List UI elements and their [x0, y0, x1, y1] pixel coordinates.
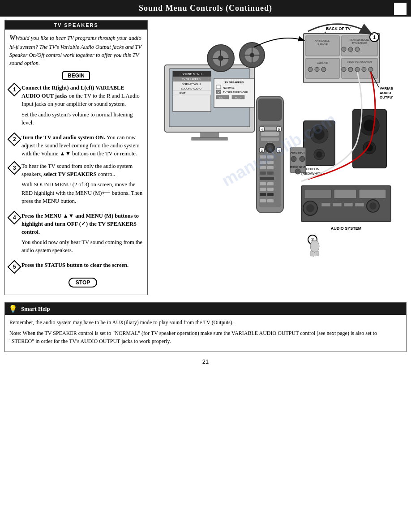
svg-text:VARIABLE: VARIABLE: [317, 62, 328, 64]
page-header-box: [394, 3, 407, 15]
svg-text:1: 1: [373, 35, 376, 40]
svg-point-121: [306, 204, 314, 212]
diagram-svg: BACK OF TV SOUND MENU TV SPEAKERS: [151, 20, 393, 280]
diagram-area: manualslib.com BACK OF TV: [151, 20, 407, 280]
svg-point-96: [362, 67, 366, 72]
svg-rect-33: [261, 132, 279, 136]
page-number: 21: [0, 356, 411, 369]
smart-help-heading: Smart Help: [21, 305, 50, 313]
svg-rect-53: [267, 199, 274, 202]
svg-point-88: [308, 67, 313, 72]
svg-rect-42: [267, 166, 274, 169]
step-4-sub: You should now only hear TV sound coming…: [21, 238, 143, 254]
svg-point-132: [300, 156, 305, 162]
svg-rect-39: [260, 161, 266, 164]
svg-point-131: [291, 156, 296, 162]
step-3-diamond: 3: [7, 161, 21, 175]
svg-point-90: [321, 67, 326, 72]
svg-text:✓: ✓: [218, 90, 220, 94]
svg-rect-49: [267, 188, 274, 191]
step-3-content: To hear the TV sound from only the audio…: [21, 162, 143, 207]
svg-text:AUDIO SYSTEM: AUDIO SYSTEM: [331, 226, 362, 231]
svg-point-95: [355, 67, 360, 72]
smart-help: 💡 Smart Help Remember, the audio system …: [4, 302, 407, 352]
svg-text:TV SPEAKERS: TV SPEAKERS: [352, 42, 368, 44]
smart-help-para-2: Note: When the TV SPEAKER control is set…: [9, 329, 402, 345]
section-title: TV SPEAKERS: [5, 21, 147, 30]
svg-rect-138: [310, 251, 312, 256]
svg-point-94: [348, 67, 353, 72]
svg-rect-44: [267, 172, 274, 175]
svg-rect-34: [261, 137, 279, 141]
left-content: WWould you like to hear TV programs thro…: [5, 30, 147, 295]
page-title: Sound Menu Controls (Continued): [139, 4, 272, 13]
svg-rect-47: [267, 182, 274, 185]
step-5-content: Press the STATUS button to clear the scr…: [21, 261, 143, 269]
svg-text:4: 4: [278, 149, 280, 152]
svg-rect-51: [267, 193, 274, 196]
step-2: 2 Turn the TV and audio system ON. You c…: [9, 133, 143, 158]
svg-rect-50: [260, 193, 266, 196]
svg-text:VIDEO VAR AUDIO OUT: VIDEO VAR AUDIO OUT: [347, 60, 372, 63]
svg-rect-122: [321, 203, 330, 206]
svg-text:TV SPEAKERS: TV SPEAKERS: [225, 81, 244, 84]
svg-rect-77: [306, 36, 339, 56]
svg-rect-141: [317, 251, 319, 256]
step-5: 5 Press the STATUS button to clear the s…: [9, 261, 143, 272]
right-panel: manualslib.com BACK OF TV: [151, 20, 407, 295]
svg-point-93: [342, 67, 346, 72]
svg-rect-118: [334, 189, 356, 198]
svg-text:HELP: HELP: [235, 96, 242, 99]
svg-point-84: [348, 47, 353, 51]
step-1-sub: Set the audio system's volume to normal …: [21, 111, 143, 127]
svg-rect-46: [260, 182, 266, 185]
step-2-content: Turn the TV and audio system ON. You can…: [21, 133, 143, 158]
svg-rect-38: [267, 155, 274, 159]
step-5-diamond: 5: [7, 260, 21, 274]
stop-badge: STOP: [68, 278, 97, 287]
svg-text:4: 4: [261, 128, 263, 131]
step-1-content: Connect the R(ight) and L(eft) VARIABLE …: [21, 84, 143, 129]
svg-text:EXIT: EXIT: [180, 92, 186, 94]
svg-point-85: [355, 47, 360, 51]
svg-rect-40: [267, 161, 274, 164]
svg-text:3: 3: [261, 149, 263, 152]
svg-point-97: [368, 67, 373, 72]
svg-rect-20: [216, 85, 221, 89]
svg-rect-43: [260, 172, 266, 175]
svg-text:NORMAL: NORMAL: [223, 86, 235, 89]
svg-point-108: [314, 129, 325, 140]
intro-text: WWould you like to hear TV programs thro…: [9, 33, 143, 67]
svg-rect-119: [359, 189, 386, 198]
svg-point-64: [218, 56, 223, 61]
svg-rect-125: [355, 203, 364, 206]
smart-help-title: 💡 Smart Help: [5, 303, 406, 315]
svg-point-127: [369, 202, 377, 210]
svg-rect-140: [315, 251, 317, 256]
svg-text:AUDIO: AUDIO: [380, 91, 391, 95]
svg-point-36: [267, 145, 273, 151]
svg-text:REAR SURROUND: REAR SURROUND: [350, 39, 370, 41]
step-1-diamond: 1: [7, 83, 21, 97]
svg-text:SOUND MENU: SOUND MENU: [182, 73, 202, 76]
svg-rect-139: [313, 251, 314, 257]
svg-point-134: [295, 169, 300, 174]
step-2-diamond: 2: [7, 132, 21, 146]
svg-rect-48: [260, 188, 266, 191]
smart-help-para-1: Remember, the audio system may have to b…: [9, 318, 402, 326]
svg-rect-37: [260, 155, 266, 159]
svg-text:OUTPUT JACKS: OUTPUT JACKS: [380, 95, 393, 99]
svg-text:EXIT: EXIT: [219, 96, 225, 99]
page-header: Sound Menu Controls (Continued): [0, 0, 411, 17]
svg-point-71: [250, 53, 254, 57]
svg-rect-41: [260, 166, 266, 169]
svg-point-110: [316, 151, 322, 158]
svg-text:PHONO INPUT: PHONO INPUT: [290, 166, 306, 168]
step-3-sub: With SOUND MENU (2 of 3) on screen, move…: [21, 180, 143, 205]
step-3: 3 To hear the TV sound from only the aud…: [9, 162, 143, 207]
svg-text:DISPLAY VOLU: DISPLAY VOLU: [182, 83, 201, 86]
step-4: 4 Press the MENU ▲▼ and MENU (M) buttons…: [9, 212, 143, 257]
svg-rect-15: [173, 90, 211, 95]
svg-text:ANT/CABLE: ANT/CABLE: [315, 39, 330, 42]
svg-rect-123: [333, 203, 342, 206]
